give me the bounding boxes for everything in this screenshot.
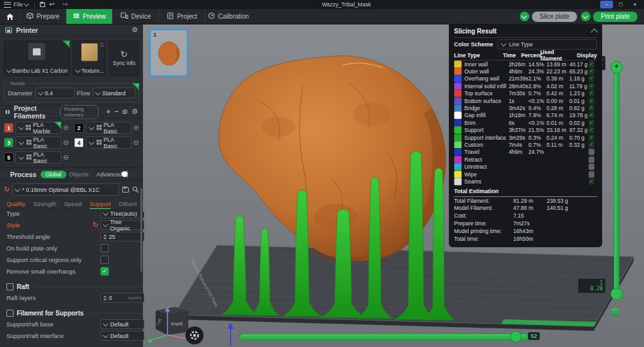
support-raft-interface-select[interactable]: Default	[100, 331, 144, 341]
printer-settings-gear-icon[interactable]: ⚙	[131, 26, 138, 33]
plate-settings-button[interactable]	[185, 326, 204, 344]
display-checkbox[interactable]: ✓	[589, 68, 594, 75]
search-icon[interactable]	[132, 186, 139, 193]
add-filament-button[interactable]: +	[106, 108, 110, 115]
type-select[interactable]: Tree(auto)	[100, 212, 144, 218]
remove-filament-icon[interactable]: ⊖	[133, 124, 139, 131]
display-checkbox[interactable]	[589, 149, 594, 155]
remove-filament-button[interactable]: −	[114, 108, 118, 115]
line-type-time: 3h37m	[509, 127, 529, 133]
process-tab-quality[interactable]: Quality	[6, 198, 26, 209]
sidebar-scrollbar[interactable]	[140, 188, 142, 272]
print-plate-button[interactable]: Print plate	[593, 12, 638, 22]
filament-select[interactable]: PLA Basic	[15, 136, 61, 149]
wrench-icon[interactable]	[137, 171, 138, 178]
filament-select[interactable]: PLA Basic	[15, 151, 61, 164]
display-checkbox[interactable]	[589, 164, 594, 170]
info-icon[interactable]: ⓘ	[99, 42, 104, 48]
process-tab-support[interactable]: Support	[90, 198, 111, 209]
chevron-down-icon[interactable]	[23, 1, 28, 6]
color-scheme-select[interactable]: Line Type	[497, 39, 597, 50]
display-checkbox[interactable]: ✓	[589, 98, 594, 104]
sync-info-button[interactable]: ↻ Sync info	[109, 41, 139, 76]
reset-icon[interactable]: ↻	[93, 221, 99, 229]
process-preset-select[interactable]: * 0.16mm Optimal @BBL X1C	[12, 183, 119, 196]
on-build-plate-only-checkbox[interactable]: ✓	[100, 244, 109, 252]
process-tab-others[interactable]: Others	[118, 198, 137, 209]
save-icon[interactable]	[39, 1, 46, 8]
remove-filament-icon[interactable]: ⊖	[63, 124, 69, 131]
remove-small-overhangs-checkbox[interactable]: ✓	[100, 267, 109, 276]
flushing-volumes-button[interactable]: Flushing volumes	[60, 105, 99, 119]
filament-settings-gear-icon[interactable]: ⚙	[131, 108, 138, 115]
line-type-name: Support	[464, 127, 509, 133]
layer-slider-bottom-handle[interactable]	[611, 288, 623, 300]
home-tab[interactable]	[0, 9, 19, 24]
support-critical-regions-only-checkbox[interactable]: ✓	[100, 256, 109, 264]
layer-slider-top-handle[interactable]: +	[611, 61, 623, 73]
process-tab-speed[interactable]: Speed	[64, 198, 82, 209]
scope-global-toggle[interactable]: Global	[41, 171, 67, 178]
process-tab-strength[interactable]: Strength	[33, 198, 57, 209]
display-checkbox[interactable]: ✓	[589, 127, 594, 133]
move-slider-track[interactable]	[240, 333, 528, 341]
display-checkbox[interactable]: ✓	[589, 120, 594, 126]
remove-filament-icon[interactable]: ⊖	[63, 154, 69, 161]
scope-objects-toggle[interactable]: Objects	[69, 171, 89, 178]
move-slider-handle[interactable]	[510, 331, 522, 342]
display-checkbox[interactable]	[589, 171, 594, 178]
plate-thumbnail[interactable]: 1	[149, 29, 188, 77]
display-checkbox[interactable]	[589, 156, 594, 163]
flow-select[interactable]: Standard	[93, 88, 135, 98]
display-checkbox[interactable]: ✓	[589, 105, 594, 111]
remove-filament-icon[interactable]: ⊖	[133, 139, 139, 146]
plate-type-card[interactable]: ⓘ Texture...	[73, 41, 106, 76]
remove-filament-icon[interactable]: ⊖	[63, 139, 69, 146]
support-raft-base-select[interactable]: Default	[100, 319, 144, 329]
display-checkbox[interactable]: ✓	[589, 142, 594, 148]
move-slider[interactable]: 52	[240, 331, 542, 342]
display-checkbox[interactable]: ✓	[589, 75, 594, 82]
threshold-angle-spinner[interactable]: 25°	[100, 232, 144, 241]
raft-layers-spinner[interactable]: 0layers	[100, 293, 144, 303]
setting-control: Default	[100, 331, 144, 341]
save-preset-icon[interactable]	[122, 186, 129, 193]
display-checkbox[interactable]: ✓	[589, 178, 594, 185]
slice-dropdown-button[interactable]	[520, 12, 529, 21]
line-type-name: Custom	[464, 142, 509, 148]
print-dropdown-button[interactable]	[581, 12, 591, 21]
tab-preview[interactable]: Preview	[66, 9, 112, 24]
redo-icon[interactable]: ↪	[62, 1, 68, 8]
undo-icon[interactable]: ↩	[50, 1, 55, 8]
copy-filament-icon[interactable]	[122, 109, 128, 115]
maximize-button[interactable]: □	[614, 1, 627, 8]
compare-list-icon[interactable]	[132, 171, 133, 177]
display-checkbox[interactable]: ✓	[589, 135, 594, 141]
tab-prepare[interactable]: Prepare	[19, 9, 66, 24]
filament-select[interactable]: PLA Marble	[15, 122, 61, 134]
printer-model-card[interactable]: Bambu Lab X1 Carbon	[4, 41, 70, 76]
filament-select[interactable]: PLA Basic	[86, 136, 131, 149]
display-checkbox[interactable]: ✓	[589, 90, 594, 97]
preset-reset-icon[interactable]: ↻	[4, 186, 10, 193]
filament-select[interactable]: PLA Basic	[86, 122, 131, 134]
hamburger-menu-icon[interactable]	[4, 2, 11, 8]
layer-slider-track[interactable]	[614, 67, 620, 300]
slice-plate-button[interactable]: Slice plate	[532, 12, 577, 22]
nozzle-diameter-select[interactable]: 0.4	[35, 88, 75, 98]
collapse-panel-icon[interactable]	[591, 28, 598, 35]
style-select[interactable]: Tree Organic	[100, 220, 144, 230]
display-checkbox[interactable]: ✓	[589, 83, 594, 89]
file-menu[interactable]: File	[14, 1, 23, 8]
tab-calibration[interactable]: Calibration	[205, 9, 251, 24]
minimize-button[interactable]: −	[600, 1, 613, 8]
display-checkbox[interactable]: ✓	[589, 61, 594, 68]
display-checkbox[interactable]: ✓	[589, 112, 594, 118]
tab-project[interactable]: Project	[158, 9, 205, 24]
layer-slider[interactable]: +	[611, 61, 622, 305]
layers-icon[interactable]	[609, 307, 621, 317]
close-button[interactable]: ×	[629, 1, 641, 8]
tab-device[interactable]: Device	[112, 9, 158, 24]
cube-front-label[interactable]: Front	[171, 321, 184, 327]
advanced-toggle[interactable]	[126, 171, 128, 178]
